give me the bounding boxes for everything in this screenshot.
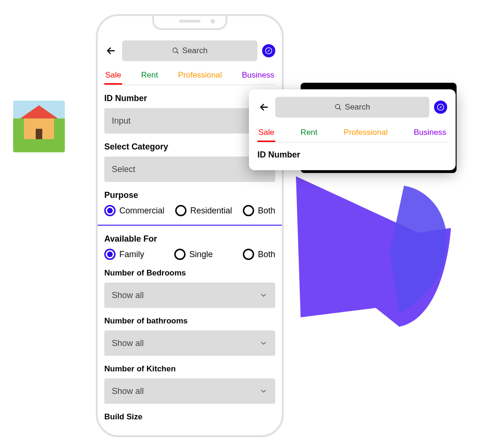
- tab-professional[interactable]: Professional: [177, 68, 223, 85]
- kitchen-label: Number of Kitchen: [104, 364, 275, 374]
- search-input[interactable]: Search: [122, 40, 257, 61]
- svg-line-4: [339, 108, 341, 110]
- callout-topbar: Search: [257, 97, 447, 123]
- tab-business[interactable]: Business: [241, 68, 275, 85]
- available-for-label: Available For: [104, 234, 275, 244]
- available-family[interactable]: Family: [104, 249, 144, 260]
- tab-professional[interactable]: Professional: [343, 125, 389, 142]
- phone-mockup: Search Sale Rent Professional Business I…: [96, 14, 284, 437]
- radio-icon: [175, 205, 186, 216]
- phone-notch: [152, 16, 227, 30]
- radio-icon: [104, 249, 116, 260]
- purpose-radio-group: Commercial Residential Both: [104, 205, 275, 216]
- decorative-purple-shape: [282, 176, 451, 336]
- tab-rent[interactable]: Rent: [140, 68, 159, 85]
- callout-id-number-label: ID Number: [257, 150, 447, 160]
- bathrooms-select[interactable]: Show all: [104, 330, 275, 356]
- compass-button[interactable]: [434, 101, 447, 114]
- build-size-label: Build Size: [104, 412, 275, 422]
- search-placeholder: Search: [345, 102, 370, 112]
- purpose-commercial[interactable]: Commercial: [104, 205, 164, 216]
- radio-label: Both: [258, 206, 275, 216]
- bathrooms-label: Number of bathrooms: [104, 316, 275, 326]
- search-icon: [334, 103, 342, 111]
- available-both[interactable]: Both: [243, 249, 275, 260]
- search-input[interactable]: Search: [275, 97, 429, 118]
- radio-icon: [174, 249, 186, 260]
- radio-label: Residential: [190, 206, 232, 216]
- svg-line-1: [177, 52, 178, 54]
- purpose-residential[interactable]: Residential: [175, 205, 232, 216]
- radio-label: Family: [119, 250, 144, 259]
- chevron-down-icon: [259, 291, 268, 299]
- section-divider: [98, 225, 282, 226]
- compass-icon: [437, 103, 444, 111]
- svg-point-3: [335, 104, 340, 109]
- kitchen-value: Show all: [112, 386, 144, 396]
- radio-label: Both: [258, 250, 275, 259]
- svg-point-0: [173, 48, 177, 52]
- purpose-both[interactable]: Both: [243, 205, 275, 216]
- house-app-icon: [13, 101, 65, 152]
- purpose-label: Purpose: [104, 190, 275, 200]
- arrow-left-icon: [105, 45, 116, 56]
- chevron-down-icon: [259, 387, 268, 395]
- tab-rent[interactable]: Rent: [300, 125, 318, 142]
- callout-tabs: Sale Rent Professional Business: [257, 123, 447, 142]
- bedrooms-select[interactable]: Show all: [104, 283, 275, 308]
- arrow-left-icon: [258, 102, 270, 113]
- radio-icon: [243, 249, 254, 260]
- search-icon: [172, 47, 179, 55]
- house-glyph: [20, 110, 58, 143]
- radio-icon: [243, 205, 254, 216]
- bedrooms-label: Number of Bedrooms: [104, 268, 275, 278]
- compass-button[interactable]: [262, 44, 275, 57]
- search-placeholder: Search: [182, 46, 208, 55]
- radio-icon: [104, 205, 116, 216]
- tab-sale[interactable]: Sale: [257, 125, 275, 142]
- chevron-down-icon: [259, 339, 268, 347]
- category-tabs: Sale Rent Professional Business: [104, 66, 275, 85]
- tab-business[interactable]: Business: [413, 125, 447, 142]
- category-placeholder: Select: [112, 165, 135, 174]
- radio-label: Single: [189, 250, 213, 259]
- kitchen-select[interactable]: Show all: [104, 378, 275, 404]
- radio-label: Commercial: [119, 206, 164, 216]
- callout-card: Search Sale Rent Professional Business I…: [249, 89, 456, 170]
- id-number-placeholder: Input: [112, 116, 131, 126]
- available-for-radio-group: Family Single Both: [104, 249, 275, 260]
- bathrooms-value: Show all: [112, 338, 144, 348]
- available-single[interactable]: Single: [174, 249, 213, 260]
- tab-sale[interactable]: Sale: [104, 68, 122, 85]
- back-button[interactable]: [104, 44, 117, 57]
- compass-icon: [265, 47, 272, 55]
- top-bar: Search: [104, 38, 275, 66]
- back-button[interactable]: [257, 101, 271, 114]
- bedrooms-value: Show all: [112, 291, 144, 300]
